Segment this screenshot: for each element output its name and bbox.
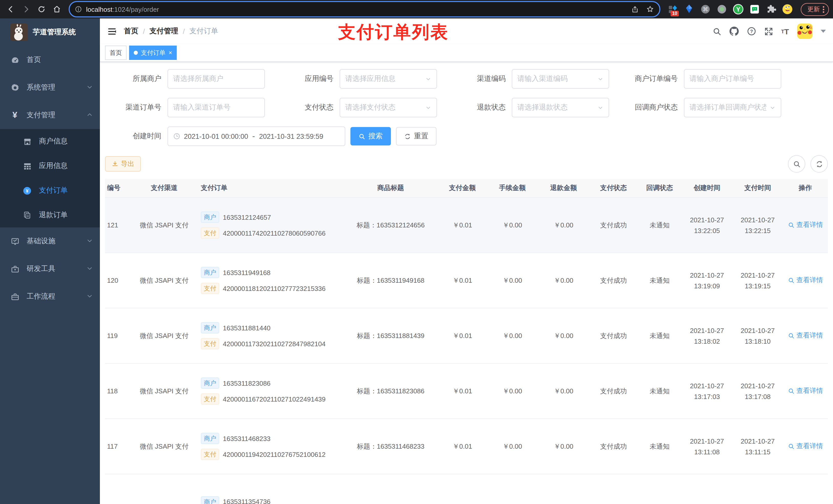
help-icon[interactable]: ? bbox=[747, 27, 756, 36]
user-avatar[interactable] bbox=[797, 24, 812, 39]
column-header: 编号 bbox=[105, 179, 129, 197]
view-detail-link[interactable]: 查看详情 bbox=[788, 386, 823, 396]
fullscreen-icon[interactable] bbox=[764, 27, 773, 35]
cell-amount: ￥0.01 bbox=[438, 253, 487, 308]
sidebar-item-system[interactable]: 系统管理 bbox=[0, 74, 100, 101]
clock-icon bbox=[173, 133, 180, 140]
placeholder-text: 请选择退款状态 bbox=[518, 103, 594, 112]
view-detail-link[interactable]: 查看详情 bbox=[788, 331, 823, 340]
sidebar-item-dev-tools[interactable]: 研发工具 bbox=[0, 255, 100, 283]
browser-toolbar: localhost:1024/pay/order 10 ⌘ Y 更新 bbox=[0, 0, 833, 19]
update-label: 更新 bbox=[807, 5, 820, 14]
sidebar-item-label: 退款订单 bbox=[39, 211, 93, 220]
avatar-caret-icon[interactable] bbox=[821, 30, 826, 33]
select-arrow-icon bbox=[425, 76, 431, 82]
ext-recorder-icon[interactable] bbox=[716, 3, 728, 16]
refresh-button[interactable] bbox=[810, 155, 828, 173]
breadcrumb-payment[interactable]: 支付管理 bbox=[149, 27, 178, 36]
tag-home[interactable]: 首页 bbox=[105, 46, 126, 60]
browser-menu-icon[interactable] bbox=[823, 6, 824, 13]
font-size-icon[interactable]: TT bbox=[781, 27, 789, 35]
browser-update-button[interactable]: 更新 bbox=[801, 3, 829, 16]
view-detail-link[interactable]: 查看详情 bbox=[788, 442, 823, 451]
cell-id bbox=[105, 474, 129, 504]
export-button[interactable]: 导出 bbox=[105, 156, 141, 172]
extensions-puzzle-icon[interactable] bbox=[765, 3, 777, 16]
sidebar-item-infra[interactable]: 基础设施 bbox=[0, 227, 100, 255]
cell-channel: 微信 JSAPI 支付 bbox=[129, 308, 199, 363]
sidebar-item-payment[interactable]: ¥ 支付管理 bbox=[0, 101, 100, 129]
filter-select[interactable]: 请选择应用信息 bbox=[340, 69, 437, 89]
sidebar-item-workflow[interactable]: 工作流程 bbox=[0, 283, 100, 310]
column-header: 手续金额 bbox=[487, 179, 538, 197]
github-icon[interactable] bbox=[729, 27, 738, 36]
ext-command-icon[interactable]: ⌘ bbox=[699, 3, 712, 16]
cell-refund: ￥0.00 bbox=[538, 197, 589, 253]
sidebar-collapse-icon[interactable] bbox=[107, 26, 117, 36]
bookmark-star-icon[interactable] bbox=[646, 5, 654, 13]
back-icon[interactable] bbox=[4, 3, 18, 16]
view-detail-link[interactable]: 查看详情 bbox=[788, 220, 823, 230]
filter-input[interactable]: 请输入商户订单编号 bbox=[684, 69, 781, 89]
app-logo bbox=[10, 24, 28, 41]
ext-workspace-icon[interactable]: 10 bbox=[667, 3, 679, 16]
date-range-picker[interactable]: 2021-10-01 00:00:00-2021-10-31 23:59:59 bbox=[168, 126, 345, 146]
cell-action: 查看详情 bbox=[783, 363, 828, 419]
sidebar-item-label: 支付管理 bbox=[27, 111, 79, 120]
ext-kite-icon[interactable] bbox=[683, 3, 695, 16]
tag-label: 支付订单 bbox=[141, 48, 165, 57]
sidebar-item-merchant[interactable]: 商户信息 bbox=[0, 129, 100, 154]
sidebar-item-pay-order[interactable]: ¥ 支付订单 bbox=[0, 178, 100, 203]
filter-select[interactable]: 请选择支付状态 bbox=[340, 98, 437, 117]
ext-y-icon[interactable]: Y bbox=[732, 3, 744, 16]
cell-amount: ￥0.01 bbox=[438, 197, 487, 253]
show-search-button[interactable] bbox=[788, 155, 805, 173]
breadcrumb-home[interactable]: 首页 bbox=[124, 27, 138, 36]
reset-button[interactable]: 重置 bbox=[396, 127, 436, 145]
cell-notify: 未通知 bbox=[638, 308, 681, 363]
select-arrow-icon bbox=[597, 104, 603, 111]
ext-chat-icon[interactable] bbox=[748, 3, 761, 16]
filter-select[interactable]: 请输入渠道编码 bbox=[512, 69, 609, 89]
sidebar-item-label: 支付订单 bbox=[39, 186, 93, 195]
home-icon[interactable] bbox=[50, 3, 64, 16]
tag-pay-order[interactable]: 支付订单 × bbox=[129, 46, 177, 60]
filter-select[interactable]: 请选择订单回调商户状态 bbox=[684, 98, 781, 117]
filter-select[interactable]: 请选择退款状态 bbox=[512, 98, 609, 117]
cell-channel: 微信 JSAPI 支付 bbox=[129, 197, 199, 253]
search-button[interactable]: 搜索 bbox=[351, 127, 391, 145]
view-detail-link[interactable]: 查看详情 bbox=[788, 276, 823, 285]
cell-order: 商户1635312124657支付42000011742021102780605… bbox=[199, 197, 343, 253]
cell-fee: ￥0.00 bbox=[487, 363, 538, 419]
filter-input[interactable]: 请输入渠道订单号 bbox=[168, 98, 265, 117]
search-icon[interactable] bbox=[712, 27, 721, 35]
tag-close-icon[interactable]: × bbox=[169, 50, 172, 56]
sidebar-item-app-info[interactable]: 应用信息 bbox=[0, 154, 100, 178]
sidebar-item-refund-order[interactable]: 退款订单 bbox=[0, 203, 100, 227]
column-header: 支付时间 bbox=[733, 179, 783, 197]
column-header: 支付渠道 bbox=[129, 179, 199, 197]
site-info-icon[interactable] bbox=[75, 6, 82, 13]
pay-tag: 支付 bbox=[201, 393, 219, 405]
magnifier-icon bbox=[788, 388, 794, 394]
app-title: 芋道管理系统 bbox=[33, 28, 76, 37]
filter-item: 渠道编码请输入渠道编码 bbox=[449, 69, 609, 89]
select-arrow-icon bbox=[597, 76, 603, 82]
reload-icon[interactable] bbox=[35, 3, 48, 16]
navbar: 首页 / 支付管理 / 支付订单 支付订单列表 ? TT bbox=[100, 19, 833, 44]
sidebar-item-home[interactable]: 首页 bbox=[0, 46, 100, 74]
share-icon[interactable] bbox=[631, 5, 639, 13]
briefcase-icon bbox=[10, 292, 20, 301]
screen: localhost:1024/pay/order 10 ⌘ Y 更新 芋道管理系… bbox=[0, 0, 833, 504]
cell-pay-time: 2021-10-2713:19:15 bbox=[733, 253, 783, 308]
ext-profile-avatar[interactable] bbox=[781, 3, 793, 16]
monitor-icon bbox=[10, 237, 20, 246]
forward-icon[interactable] bbox=[20, 3, 33, 16]
cell-pay-time: 2021-10-2713:17:08 bbox=[733, 363, 783, 419]
app-logo-row[interactable]: 芋道管理系统 bbox=[0, 19, 100, 46]
tags-view: 首页 支付订单 × bbox=[100, 44, 833, 62]
cell-amount bbox=[438, 474, 487, 504]
filter-input[interactable]: 请选择所属商户 bbox=[168, 69, 265, 89]
dashboard-icon bbox=[10, 55, 20, 64]
address-bar[interactable]: localhost:1024/pay/order bbox=[69, 1, 660, 18]
